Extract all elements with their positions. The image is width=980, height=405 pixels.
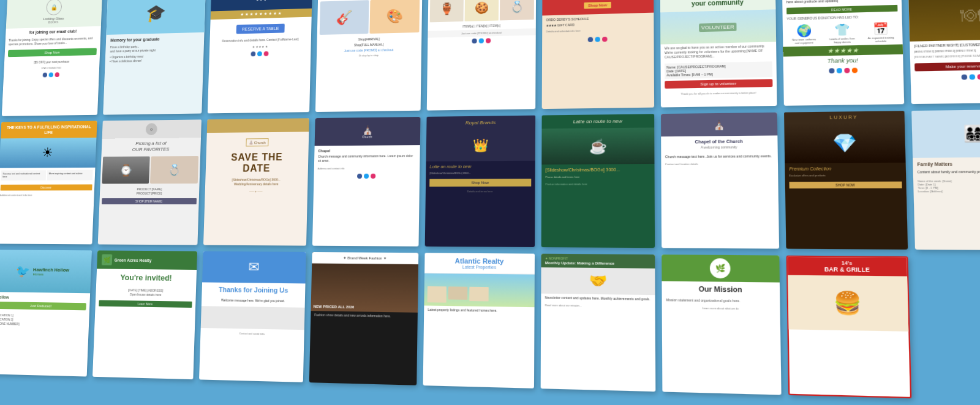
shop-now-holiday-btn[interactable]: Shop Now xyxy=(584,2,611,9)
royal-cta-btn[interactable]: Shop Now xyxy=(429,179,531,187)
email-card-graduation[interactable]: 🎓 Memory for your graduate Have a birthd… xyxy=(103,0,206,115)
email-card-nonprofit-monthly[interactable]: ✦ NONPROFIT Monthly Update: Making a Dif… xyxy=(541,254,656,392)
email-card-shop-products[interactable]: Shop [ARRIVAL] 🎸 🎨 Shop[ARRIVAL] Shop[FU… xyxy=(315,0,423,112)
email-card-redwood[interactable]: REDWOOD 🍽 [FILNER PARTNER NIGHT] [CUSTOM… xyxy=(908,0,980,104)
email-card-church[interactable]: ⛪ Church Chapel Church message and commu… xyxy=(312,117,421,247)
email-card-inspirational[interactable]: THE KEYS TO A FULFILLING INSPIRATIONAL L… xyxy=(0,121,97,245)
email-card-holiday-sale[interactable]: ENJOY 15% OFF YOUR ENTIRE PURCHASE Shop … xyxy=(542,0,654,109)
email-card-charity[interactable]: ♻ Charity Engaging opportunities within … xyxy=(660,0,777,108)
email-card-atlantic-realty[interactable]: Atlantic Realty Latest Properties Latest… xyxy=(423,253,535,388)
shop-items-btn[interactable]: SHOP [ITEM NAME] xyxy=(102,198,197,204)
email-card-luxury[interactable]: LUXURY 💎 Premium Collection Exclusive of… xyxy=(784,111,908,250)
email-card-nonprofit-thanks[interactable]: ✦ NONPROFIT THANK YOU Thank You Members … xyxy=(782,0,905,106)
email-card-latte[interactable]: Latte on route to new ☕ [Slideshow/Chris… xyxy=(541,114,655,248)
card-grid: 🔒 Locking Glass BOOKS for joining our em… xyxy=(0,0,980,405)
email-card-joinus[interactable]: ✉ Thanks for Joining Us Welcome message … xyxy=(199,251,306,382)
luxury-shop-btn[interactable]: SHOP NOW xyxy=(790,182,902,188)
email-card-royal[interactable]: Royal Brands 👑 Lotte on route to new [Sl… xyxy=(425,116,535,247)
page-container: 🔒 Locking Glass BOOKS for joining our em… xyxy=(0,0,980,405)
email-card-books[interactable]: 🔒 Locking Glass BOOKS for joining our em… xyxy=(2,0,102,116)
email-card-favorites[interactable]: ○ Picking a list ofOUR FAVORITES ⌚ 💍 PRO… xyxy=(98,119,202,245)
email-card-hawfinch[interactable]: 🐦 Hawfinch Hollow Homes Hollow Just Redu… xyxy=(0,250,92,376)
shop-now-btn[interactable]: Shop Now xyxy=(8,48,97,57)
just-reduced-btn[interactable]: Just Reduced! xyxy=(0,302,86,310)
volunteer-btn[interactable]: Sign up to volunteer xyxy=(665,79,772,89)
email-card-fashion[interactable]: ✦ Brand Week Fashion ✦ NEW PRICED ALL 20… xyxy=(309,252,418,385)
email-card-chapel[interactable]: ⛪ Chapel of the Church A welcoming commu… xyxy=(661,113,779,249)
reserve-btn[interactable]: RESERVE A TABLE xyxy=(236,24,285,34)
email-card-restaurant[interactable]: ★ ★ ★ ★ ★ ★ ★ ★ ★ ★ ★ ★ RESERVE A TABLE … xyxy=(208,0,312,113)
realty-cta-btn[interactable]: Learn More xyxy=(99,300,192,307)
email-card-sale-items[interactable]: Shop [ARRIVAL] Shop[FULL MANUAL] 🏺 🍪 💍 I… xyxy=(427,0,536,111)
discover-btn[interactable]: Discover xyxy=(1,184,92,190)
email-card-bargrille[interactable]: 14's BAR & GRILLE 🍔 xyxy=(786,256,912,399)
email-card-our-mission[interactable]: 🌿 Our Mission Mission statement and orga… xyxy=(662,255,781,395)
reservation-btn[interactable]: Make your reservation now! xyxy=(914,61,980,72)
email-card-family[interactable]: 👨‍👩‍👧‍👦 Family Matters Content about fam… xyxy=(911,110,980,251)
email-card-savethedate[interactable]: ⛪ Church SAVE THEDATE [Slideshow/Christm… xyxy=(203,118,309,245)
hollow-text: Hollow xyxy=(0,295,86,300)
email-card-greenacres[interactable]: 🌿 Green Acres Realty You're invited! [DA… xyxy=(92,250,197,379)
charity-headline: Engaging opportunities within your commu… xyxy=(664,0,771,9)
